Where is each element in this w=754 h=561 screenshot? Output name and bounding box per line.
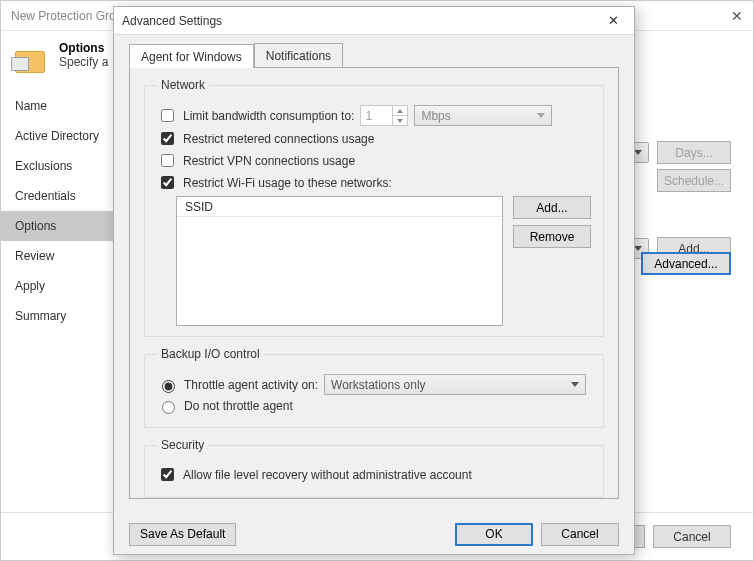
dialog-footer: Save As Default OK Cancel xyxy=(114,514,634,554)
ssid-list[interactable]: SSID xyxy=(176,196,503,326)
ssid-column-header[interactable]: SSID xyxy=(177,197,502,217)
tab-agent-for-windows[interactable]: Agent for Windows xyxy=(129,44,254,68)
group-network: Network Limit bandwidth consumption to: … xyxy=(144,78,604,337)
throttle-on-label: Throttle agent activity on: xyxy=(184,378,318,392)
advanced-button[interactable]: Advanced... xyxy=(641,252,731,275)
wizard-title: New Protection Group xyxy=(11,1,129,31)
spin-down-icon[interactable] xyxy=(392,116,407,125)
restrict-metered-label: Restrict metered connections usage xyxy=(183,132,374,146)
ssid-remove-button[interactable]: Remove xyxy=(513,225,591,248)
group-backup-io: Backup I/O control Throttle agent activi… xyxy=(144,347,604,428)
chevron-down-icon xyxy=(537,113,545,118)
no-throttle-radio[interactable] xyxy=(162,401,175,414)
advanced-settings-dialog: Advanced Settings ✕ Agent for Windows No… xyxy=(113,6,635,555)
close-icon[interactable]: ✕ xyxy=(731,1,743,31)
group-security-legend: Security xyxy=(157,438,208,452)
close-icon[interactable]: ✕ xyxy=(600,11,626,31)
restrict-wifi-label: Restrict Wi-Fi usage to these networks: xyxy=(183,176,392,190)
dialog-title: Advanced Settings xyxy=(122,14,222,28)
spin-buttons[interactable] xyxy=(392,106,407,125)
bandwidth-unit-value: Mbps xyxy=(421,109,450,123)
group-security: Security Allow file level recovery witho… xyxy=(144,438,604,498)
schedule-button[interactable]: Schedule... xyxy=(657,169,731,192)
restrict-wifi-checkbox[interactable] xyxy=(161,176,174,189)
restrict-vpn-checkbox[interactable] xyxy=(161,154,174,167)
spin-up-icon[interactable] xyxy=(392,106,407,116)
group-backup-io-legend: Backup I/O control xyxy=(157,347,264,361)
allow-flr-checkbox[interactable] xyxy=(161,468,174,481)
allow-flr-label: Allow file level recovery without admini… xyxy=(183,468,472,482)
throttle-target-combo[interactable]: Workstations only xyxy=(324,374,586,395)
tab-panel: Network Limit bandwidth consumption to: … xyxy=(129,67,619,499)
bandwidth-unit-combo[interactable]: Mbps xyxy=(414,105,552,126)
ok-button[interactable]: OK xyxy=(455,523,533,546)
throttle-target-value: Workstations only xyxy=(331,378,425,392)
save-as-default-button[interactable]: Save As Default xyxy=(129,523,236,546)
cancel-button[interactable]: Cancel xyxy=(653,525,731,548)
no-throttle-label: Do not throttle agent xyxy=(184,399,293,413)
chevron-down-icon xyxy=(571,382,579,387)
group-network-legend: Network xyxy=(157,78,209,92)
wizard-step-title: Options xyxy=(59,41,108,55)
cancel-button[interactable]: Cancel xyxy=(541,523,619,546)
limit-bandwidth-checkbox[interactable] xyxy=(161,109,174,122)
dialog-titlebar[interactable]: Advanced Settings ✕ xyxy=(114,7,634,35)
limit-bandwidth-number: 1 xyxy=(365,109,372,123)
ssid-add-button[interactable]: Add... xyxy=(513,196,591,219)
restrict-metered-checkbox[interactable] xyxy=(161,132,174,145)
limit-bandwidth-label: Limit bandwidth consumption to: xyxy=(183,109,354,123)
throttle-on-radio[interactable] xyxy=(162,380,175,393)
tabstrip: Agent for Windows Notifications xyxy=(114,41,634,67)
limit-bandwidth-value[interactable]: 1 xyxy=(360,105,408,126)
folder-server-icon xyxy=(15,41,49,75)
restrict-vpn-label: Restrict VPN connections usage xyxy=(183,154,355,168)
tab-notifications[interactable]: Notifications xyxy=(254,43,343,67)
days-button[interactable]: Days... xyxy=(657,141,731,164)
wizard-step-sub: Specify a xyxy=(59,55,108,69)
